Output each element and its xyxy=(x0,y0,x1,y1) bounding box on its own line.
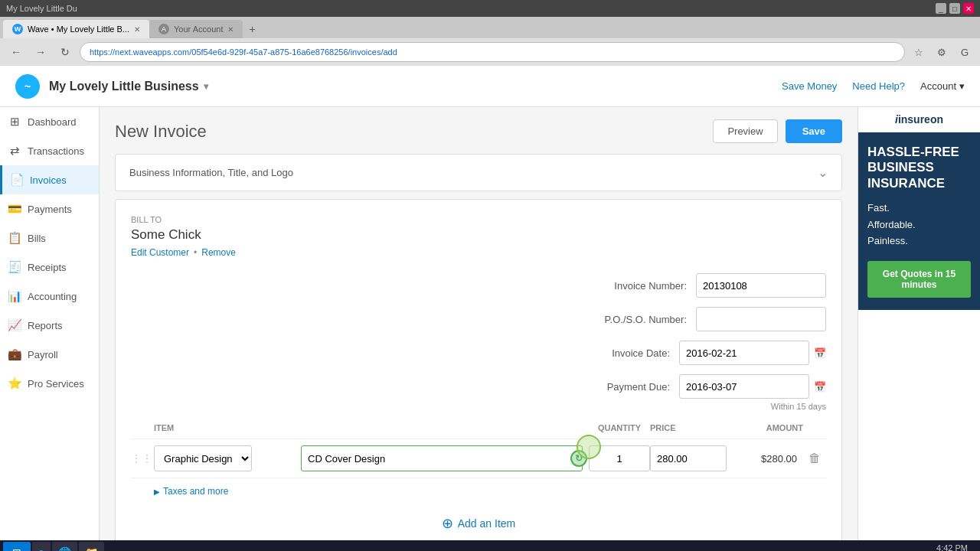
preview-button[interactable]: Preview xyxy=(713,119,777,143)
sidebar-item-bills[interactable]: 📋 Bills xyxy=(0,223,99,253)
page-title-row: New Invoice Preview Save xyxy=(115,119,842,143)
start-button[interactable]: ⊞ xyxy=(3,542,31,551)
customer-name: Some Chick xyxy=(131,227,826,243)
add-item-label: Add an Item xyxy=(458,517,516,530)
bills-icon: 📋 xyxy=(8,231,21,245)
add-item-button[interactable]: ⊕ Add an Item xyxy=(442,515,516,532)
reports-icon: 📈 xyxy=(8,318,21,332)
sidebar-item-payments[interactable]: 💳 Payments xyxy=(0,194,99,223)
close-button[interactable]: ✕ xyxy=(963,3,974,14)
explorer-button[interactable]: 📁 xyxy=(79,542,104,551)
ad-logo-name: insureon xyxy=(898,113,943,126)
taxes-more-row[interactable]: ▶ Taxes and more xyxy=(131,478,826,504)
invoice-form: BILL TO Some Chick Edit Customer • Remov… xyxy=(115,199,842,540)
save-button[interactable]: Save xyxy=(786,119,842,143)
business-info-section[interactable]: Business Information, Title, and Logo ⌄ xyxy=(115,154,842,191)
price-cell xyxy=(650,445,727,471)
sidebar-label-payroll: Payroll xyxy=(28,349,58,360)
sidebar-label-payments: Payments xyxy=(28,204,72,215)
tab-wave[interactable]: W Wave • My Lovely Little B... ✕ xyxy=(3,20,149,38)
star-icon[interactable]: ☆ xyxy=(910,43,928,61)
ie-button[interactable]: e xyxy=(32,542,51,551)
settings-icon[interactable]: ⚙ xyxy=(933,43,951,61)
qty-col-header: QUANTITY xyxy=(589,423,650,432)
invoice-date-label: Invoice Date: xyxy=(535,347,679,359)
business-name[interactable]: My Lovely Little Business ▾ xyxy=(49,80,208,93)
invoice-number-input[interactable] xyxy=(696,273,826,298)
new-tab-button[interactable]: + xyxy=(243,20,261,38)
item-select[interactable]: Graphic Design xyxy=(154,445,252,471)
price-input[interactable] xyxy=(650,445,727,471)
sidebar: ⊞ Dashboard ⇄ Transactions 📄 Invoices 💳 … xyxy=(0,107,100,540)
sidebar-label-invoices: Invoices xyxy=(30,174,67,186)
drag-handle[interactable]: ⋮⋮ xyxy=(131,452,154,465)
business-name-text: My Lovely Little Business xyxy=(49,80,199,93)
chrome-button[interactable]: 🌐 xyxy=(52,542,77,551)
address-bar[interactable]: https://next.waveapps.com/05f54e6d-929f-… xyxy=(80,42,905,62)
tab-account-favicon: A xyxy=(158,24,169,34)
sidebar-item-transactions[interactable]: ⇄ Transactions xyxy=(0,136,99,165)
tab-account[interactable]: A Your Account ✕ xyxy=(149,20,243,38)
sidebar-item-invoices[interactable]: 📄 Invoices xyxy=(0,165,99,194)
calendar-icon[interactable]: 📅 xyxy=(814,347,826,359)
sidebar-item-payroll[interactable]: 💼 Payroll xyxy=(0,340,99,369)
ad-cta-button[interactable]: Get Quotes in 15 minutes xyxy=(867,261,971,298)
tab-favicon: W xyxy=(12,24,23,34)
po-number-input[interactable] xyxy=(696,307,826,331)
taxes-arrow-icon: ▶ xyxy=(154,487,160,496)
ad-line3: Painless. xyxy=(867,233,971,249)
ad-content: iinsureon HASSLE-FREE BUSINESS INSURANCE… xyxy=(858,107,980,310)
taskbar: ⊞ e 🌐 📁 ▲ 4:42 PM 2/21/2016 xyxy=(0,540,980,551)
account-menu[interactable]: Account ▾ xyxy=(920,80,965,92)
ie-icon: e xyxy=(38,546,44,551)
delete-item-button[interactable]: 🗑 xyxy=(803,452,826,465)
section-header-text: Business Information, Title, and Logo xyxy=(129,167,293,178)
invoice-number-label: Invoice Number: xyxy=(535,280,696,292)
payment-due-input[interactable] xyxy=(679,374,809,399)
account-label: Account xyxy=(920,80,956,92)
sidebar-label-bills: Bills xyxy=(28,233,46,244)
po-number-label: P.O./S.O. Number: xyxy=(535,314,696,325)
refresh-button[interactable]: ↻ xyxy=(55,42,75,62)
sidebar-label-transactions: Transactions xyxy=(28,145,84,157)
description-input[interactable] xyxy=(301,445,583,471)
page-title: New Invoice xyxy=(115,122,207,142)
sidebar-item-pro-services[interactable]: ⭐ Pro Services xyxy=(0,369,99,398)
tab-label: Wave • My Lovely Little B... xyxy=(28,24,129,34)
edit-customer-link[interactable]: Edit Customer xyxy=(131,247,189,258)
add-icon: ⊕ xyxy=(442,515,453,532)
payment-due-row: Payment Due: 📅 xyxy=(535,374,826,399)
sidebar-item-dashboard[interactable]: ⊞ Dashboard xyxy=(0,107,99,136)
item-cell: Graphic Design xyxy=(154,445,295,471)
save-money-link[interactable]: Save Money xyxy=(782,80,837,92)
business-dropdown-arrow: ▾ xyxy=(204,81,208,92)
back-button[interactable]: ← xyxy=(6,42,26,62)
translate-icon[interactable]: G xyxy=(956,43,974,61)
minimize-button[interactable]: _ xyxy=(936,3,946,14)
item-col-header: ITEM xyxy=(154,423,299,432)
need-help-link[interactable]: Need Help? xyxy=(852,80,905,92)
payment-calendar-icon[interactable]: 📅 xyxy=(814,381,826,393)
items-section: ITEM QUANTITY PRICE AMOUNT ⋮⋮ Graphic De… xyxy=(131,417,826,504)
clock-time: 4:42 PM xyxy=(933,543,971,551)
ad-blue-section: HASSLE-FREE BUSINESS INSURANCE Fast. Aff… xyxy=(858,132,980,310)
remove-link[interactable]: Remove xyxy=(201,247,236,258)
sidebar-label-receipts: Receipts xyxy=(28,262,67,273)
receipts-icon: 🧾 xyxy=(8,260,21,274)
forward-button[interactable]: → xyxy=(31,42,51,62)
accounting-icon: 📊 xyxy=(8,289,21,303)
header-right: Save Money Need Help? Account ▾ xyxy=(782,80,965,92)
system-clock: 4:42 PM 2/21/2016 xyxy=(933,543,971,551)
sidebar-item-accounting[interactable]: 📊 Accounting xyxy=(0,282,99,311)
maximize-button[interactable]: □ xyxy=(949,3,960,14)
address-bar-row: ← → ↻ https://next.waveapps.com/05f54e6d… xyxy=(0,38,980,66)
tab-close-icon[interactable]: ✕ xyxy=(134,25,140,34)
invoice-date-input[interactable] xyxy=(679,341,809,365)
drag-col-header xyxy=(131,423,154,432)
add-item-row: ⊕ Add an Item xyxy=(131,504,826,540)
wave-logo: ~ xyxy=(15,74,40,99)
sidebar-item-reports[interactable]: 📈 Reports xyxy=(0,311,99,340)
sidebar-item-receipts[interactable]: 🧾 Receipts xyxy=(0,253,99,282)
tab-account-close-icon[interactable]: ✕ xyxy=(227,25,234,34)
bill-to-section: BILL TO Some Chick Edit Customer • Remov… xyxy=(131,215,826,258)
